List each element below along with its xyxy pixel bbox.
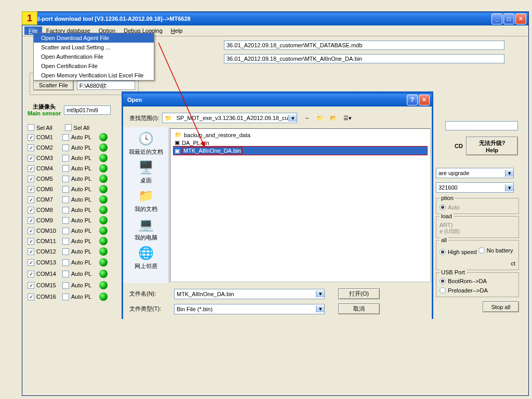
back-icon[interactable]: ←	[304, 115, 310, 121]
usb-bootrom-radio[interactable]: BootRom-->DA	[440, 278, 515, 284]
place-icon: 💻	[138, 216, 154, 233]
com-checkbox[interactable]: ✓COM4	[28, 165, 58, 172]
com-checkbox[interactable]: ✓COM14	[28, 271, 58, 277]
up-folder-icon[interactable]: 📁	[316, 115, 324, 122]
filename-field[interactable]: MTK_AllInOne_DA.bin▾	[174, 289, 325, 299]
com-checkbox[interactable]: ✓COM7	[28, 196, 58, 203]
baud-combobox[interactable]: 321600▾	[436, 182, 514, 193]
com-checkbox[interactable]: ✓COM6	[28, 186, 58, 193]
scatter-file-field[interactable]: F:\A880\软·	[77, 81, 135, 90]
com-checkbox[interactable]: ✓COM13	[28, 259, 58, 266]
file-menu-scatter-and-load-setting-[interactable]: Scatter and Load Setting ...	[34, 43, 154, 52]
places-0[interactable]: 🕓我最近的文档	[129, 130, 163, 156]
filetype-combobox[interactable]: Bin File (*.bin)▾	[174, 304, 325, 314]
option-group-title: ption	[440, 195, 455, 201]
stop-all-button[interactable]: Stop all	[483, 301, 519, 312]
cd-label: CD	[455, 143, 463, 149]
auto-checkbox[interactable]: Auto PL	[62, 228, 95, 234]
auto-checkbox[interactable]: Auto PL	[62, 271, 95, 277]
auto-checkbox[interactable]: Auto PL	[62, 238, 95, 245]
view-menu-icon[interactable]: ☰▾	[343, 115, 352, 122]
type-combobox[interactable]: are upgrade▾	[436, 168, 514, 178]
auto-checkbox[interactable]: Auto PL	[62, 134, 95, 141]
top-path-field[interactable]	[445, 121, 518, 130]
com-checkbox[interactable]: ✓COM16	[28, 294, 58, 300]
usb-preloader-radio[interactable]: Preloader-->DA	[440, 287, 515, 294]
places-4[interactable]: 🌐网上邻居	[135, 245, 157, 270]
places-1[interactable]: 🖥️桌面	[138, 159, 154, 184]
file-menu-open-authentication-file[interactable]: Open Authentication File	[34, 52, 154, 61]
status-led-icon	[99, 195, 108, 204]
status-led-icon	[99, 227, 108, 235]
file-item[interactable]: 📁backup_and_restore_data	[174, 131, 427, 139]
select-all-1[interactable]: Sel All	[28, 124, 52, 131]
com-checkbox[interactable]: ✓COM3	[28, 155, 58, 162]
menu-help[interactable]: Help	[167, 26, 187, 35]
status-led-icon	[99, 216, 108, 224]
com-checkbox[interactable]: ✓COM1	[28, 134, 58, 141]
auto-checkbox[interactable]: Auto PL	[62, 186, 95, 193]
auto-checkbox[interactable]: Auto PL	[62, 259, 95, 266]
open-button[interactable]: 打开(O)	[338, 288, 380, 299]
file-menu-open-certification-file[interactable]: Open Certification File	[34, 61, 154, 71]
com-checkbox[interactable]: ✓COM9	[28, 217, 58, 224]
minimize-button[interactable]: _	[491, 14, 502, 24]
maximize-button[interactable]: □	[503, 14, 514, 24]
dialog-help-button[interactable]: ?	[407, 95, 418, 105]
highspeed-radio[interactable]: High speed	[440, 249, 477, 255]
help-button[interactable]: 无法升级? Help	[466, 137, 518, 155]
status-led-icon	[99, 270, 108, 278]
com-checkbox[interactable]: ✓COM5	[28, 176, 58, 182]
com-checkbox[interactable]: ✓COM15	[28, 282, 58, 289]
com-checkbox[interactable]: ✓COM10	[28, 228, 58, 234]
open-dialog: Open ? × 查找范围(I): 📁SP_MDT_exe_v3.1236.01…	[122, 91, 433, 319]
dialog-close-button[interactable]: ×	[419, 95, 430, 105]
com-checkbox[interactable]: ✓COM11	[28, 238, 58, 245]
status-led-icon	[99, 143, 108, 152]
cancel-button[interactable]: 取消	[338, 303, 380, 314]
auto-checkbox[interactable]: Auto PL	[62, 144, 95, 151]
file-item[interactable]: ▣MTK_AllInOne_DA.bin	[174, 147, 427, 155]
file-list[interactable]: 📁backup_and_restore_data▣DA_PL.bin▣MTK_A…	[170, 128, 431, 282]
status-led-icon	[99, 292, 108, 301]
places-3[interactable]: 💻我的电脑	[135, 216, 157, 242]
auto-checkbox[interactable]: Auto PL	[62, 282, 95, 289]
com-checkbox[interactable]: ✓COM8	[28, 207, 58, 214]
close-button[interactable]: ×	[515, 14, 526, 24]
sensor-label-en: Main sensor	[28, 110, 61, 117]
ct-label: ct	[440, 260, 515, 267]
select-all-2[interactable]: Sel All	[65, 124, 90, 131]
status-led-icon	[99, 258, 108, 267]
file-icon: ▣	[175, 139, 180, 146]
file-menu-open-download-agent-file[interactable]: Open Download Agent File	[34, 33, 154, 43]
main-titlebar[interactable]: Multi-port download tool [V3.1236.01-A20…	[22, 12, 528, 25]
da-path-field[interactable]: 36.01_A2012.09.18_customer\MTK_AllInOne_…	[224, 54, 504, 63]
file-icon: ▣	[175, 148, 180, 154]
open-dialog-titlebar[interactable]: Open ? ×	[123, 93, 432, 107]
scatter-file-button[interactable]: Scatter File	[33, 79, 74, 90]
auto-checkbox[interactable]: Auto PL	[62, 207, 95, 214]
status-led-icon	[99, 154, 108, 162]
place-icon: 🕓	[138, 130, 154, 147]
nobattery-radio[interactable]: No battery	[478, 247, 513, 254]
auto-checkbox[interactable]: Auto PL	[62, 248, 95, 255]
new-folder-icon[interactable]: 📂	[330, 115, 337, 122]
auto-checkbox[interactable]: Auto PL	[62, 196, 95, 203]
lookin-combobox[interactable]: 📁SP_MDT_exe_v3.1236.01_A2012.09.18_cu▾	[162, 113, 297, 123]
auto-checkbox[interactable]: Auto PL	[62, 217, 95, 224]
main-title: Multi-port download tool [V3.1236.01-A20…	[24, 16, 491, 22]
db-path-field[interactable]: 36.01_A2012.09.18_customer\MTK_DATABASE.…	[224, 41, 504, 50]
auto-checkbox[interactable]: Auto PL	[62, 294, 95, 300]
auto-checkbox[interactable]: Auto PL	[62, 155, 95, 162]
open-dialog-title: Open	[125, 97, 407, 103]
sensor-label-cn: 主摄像头	[28, 103, 61, 110]
auto-checkbox[interactable]: Auto PL	[62, 176, 95, 182]
com-checkbox[interactable]: ✓COM2	[28, 144, 58, 151]
places-sidebar: 🕓我最近的文档🖥️桌面📁我的文档💻我的电脑🌐网上邻居	[123, 127, 169, 283]
auto-checkbox[interactable]: Auto PL	[62, 165, 95, 172]
file-menu-open-memory-verification-list-excel-file[interactable]: Open Memory Verification List Excel File	[34, 71, 154, 80]
places-2[interactable]: 📁我的文档	[135, 188, 157, 213]
file-item[interactable]: ▣DA_PL.bin	[174, 139, 427, 147]
com-checkbox[interactable]: ✓COM12	[28, 248, 58, 255]
sensor-value-field[interactable]: mt9p017mi9	[64, 105, 111, 115]
